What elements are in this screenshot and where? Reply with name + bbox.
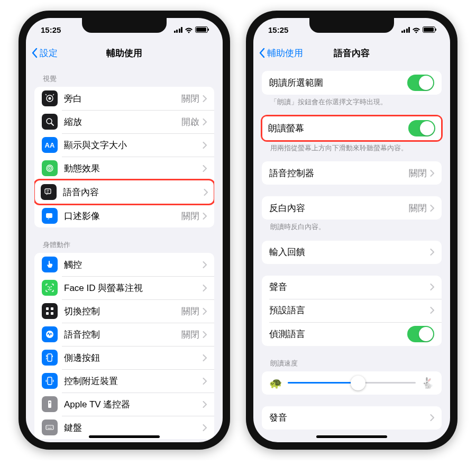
slider-thumb[interactable] xyxy=(351,376,365,390)
voice-control-icon xyxy=(42,326,58,342)
row-display-text[interactable]: AA 顯示與文字大小 xyxy=(34,133,214,157)
audio-desc-icon xyxy=(42,208,58,224)
row-label: 輸入回饋 xyxy=(269,246,430,258)
chevron-right-icon xyxy=(203,424,207,431)
svg-rect-17 xyxy=(48,377,52,385)
toggle-speak-screen[interactable] xyxy=(408,120,435,136)
row-value: 開啟 xyxy=(181,116,199,128)
status-time: 15:25 xyxy=(41,25,61,34)
spoken-content-icon xyxy=(41,184,57,200)
rabbit-icon: 🐇 xyxy=(421,377,434,389)
chevron-right-icon xyxy=(203,354,207,361)
row-label: Apple TV 遙控器 xyxy=(64,398,203,411)
row-speak-screen[interactable]: 朗讀螢幕 xyxy=(262,116,441,140)
group-typing-feedback: 輸入回饋 xyxy=(262,241,442,264)
screen-right: 15:25 輔助使用 語音內容 朗讀所選範圍 「朗讀」按鈕會在你選擇文字 xyxy=(253,18,450,442)
svg-rect-7 xyxy=(46,213,52,218)
row-zoom[interactable]: 縮放 開啟 xyxy=(34,110,214,133)
display-text-icon: AA xyxy=(42,137,58,153)
content-left[interactable]: 視覺 旁白 關閉 縮放 開啟 AA 顯示與文字大小 xyxy=(26,65,223,442)
row-faceid[interactable]: Face ID 與螢幕注視 xyxy=(34,276,214,299)
row-motion[interactable]: 動態效果 xyxy=(34,157,214,180)
row-typing-feedback[interactable]: 輸入回饋 xyxy=(262,241,442,264)
back-label: 設定 xyxy=(40,47,58,59)
touch-icon xyxy=(42,257,58,272)
back-button[interactable]: 輔助使用 xyxy=(259,47,303,59)
row-speaking-rate[interactable]: 🐢 🐇 xyxy=(262,371,442,395)
footer-speak-screen: 用兩指從螢幕上方向下滑動來聆聽螢幕內容。 xyxy=(262,141,442,154)
row-voiceover[interactable]: 旁白 關閉 xyxy=(34,87,214,110)
chevron-right-icon xyxy=(203,261,207,268)
row-label: 動態效果 xyxy=(64,162,203,175)
svg-rect-10 xyxy=(46,307,49,310)
row-value: 關閉 xyxy=(181,329,199,341)
wifi-icon xyxy=(412,26,420,33)
svg-rect-16 xyxy=(52,355,53,357)
section-header-physical: 身體動作 xyxy=(34,231,214,253)
row-side-button[interactable]: 側邊按鈕 xyxy=(34,346,214,369)
row-apple-tv-remote[interactable]: Apple TV 遙控器 xyxy=(34,393,214,416)
chevron-right-icon xyxy=(203,401,207,408)
chevron-right-icon xyxy=(430,414,434,421)
home-indicator[interactable] xyxy=(89,435,160,438)
row-label: 側邊按鈕 xyxy=(64,352,203,364)
row-switch-control[interactable]: 切換控制 關閉 xyxy=(34,299,214,323)
chevron-right-icon xyxy=(203,213,207,220)
row-touch[interactable]: 觸控 xyxy=(34,253,214,276)
row-label: 預設語言 xyxy=(269,304,430,316)
row-label: 朗讀所選範圍 xyxy=(269,77,407,89)
nav-title: 輔助使用 xyxy=(106,47,142,59)
row-speak-selection[interactable]: 朗讀所選範圍 xyxy=(262,71,442,95)
chevron-right-icon xyxy=(203,95,207,102)
group-vision: 旁白 關閉 縮放 開啟 AA 顯示與文字大小 動態效果 xyxy=(34,87,214,227)
status-time: 15:25 xyxy=(268,25,288,34)
chevron-right-icon xyxy=(203,142,207,149)
side-button-icon xyxy=(42,350,58,366)
group-highlight-content: 反白內容 關閉 xyxy=(262,196,442,220)
back-button[interactable]: 設定 xyxy=(31,47,58,59)
row-label: 口述影像 xyxy=(64,210,181,222)
chevron-right-icon xyxy=(203,378,207,385)
row-label: 語音內容 xyxy=(63,186,204,198)
svg-point-5 xyxy=(49,168,50,169)
row-pronunciation[interactable]: 發音 xyxy=(262,406,442,430)
chevron-right-icon xyxy=(203,308,207,315)
row-value: 關閉 xyxy=(409,202,427,214)
row-spoken-content[interactable]: 語音內容 xyxy=(35,180,214,204)
content-right[interactable]: 朗讀所選範圍 「朗讀」按鈕會在你選擇文字時出現。 朗讀螢幕 用兩指從螢幕上方向下… xyxy=(253,65,450,442)
home-indicator[interactable] xyxy=(316,435,387,438)
row-label: 旁白 xyxy=(64,93,181,105)
row-label: 縮放 xyxy=(64,116,181,128)
highlight-speak-screen: 朗讀螢幕 xyxy=(261,115,443,142)
section-header-vision: 視覺 xyxy=(34,65,214,87)
group-speech-controller: 語音控制器 關閉 xyxy=(262,161,442,185)
toggle-speak-selection[interactable] xyxy=(407,75,434,91)
row-highlight-content[interactable]: 反白內容 關閉 xyxy=(262,196,442,220)
group-speak-selection: 朗讀所選範圍 xyxy=(262,71,442,95)
row-default-language[interactable]: 預設語言 xyxy=(262,299,442,322)
rate-slider[interactable] xyxy=(288,382,416,384)
row-detect-language[interactable]: 偵測語言 xyxy=(262,322,442,346)
row-label: 反白內容 xyxy=(269,202,409,214)
toggle-detect-language[interactable] xyxy=(407,326,434,342)
svg-rect-12 xyxy=(46,312,49,315)
nearby-icon xyxy=(42,373,58,389)
row-audio-descriptions[interactable]: 口述影像 關閉 xyxy=(34,204,214,227)
group-rate: 🐢 🐇 xyxy=(262,371,442,395)
row-voices[interactable]: 聲音 xyxy=(262,276,442,299)
zoom-icon xyxy=(42,114,58,130)
row-value: 關閉 xyxy=(181,305,199,317)
row-label: 鍵盤 xyxy=(64,422,203,434)
row-nearby-devices[interactable]: 控制附近裝置 xyxy=(34,369,214,393)
svg-rect-6 xyxy=(45,189,51,194)
svg-point-9 xyxy=(51,286,52,287)
row-speech-controller[interactable]: 語音控制器 關閉 xyxy=(262,161,442,185)
group-physical: 觸控 Face ID 與螢幕注視 切換控制 關閉 語音控制 xyxy=(34,253,214,439)
motion-icon xyxy=(42,160,58,176)
group-pronunciation: 發音 xyxy=(262,406,442,430)
row-voice-control[interactable]: 語音控制 關閉 xyxy=(34,323,214,346)
svg-rect-18 xyxy=(48,400,51,408)
status-indicators xyxy=(401,26,436,33)
row-label: 偵測語言 xyxy=(269,328,407,340)
svg-point-19 xyxy=(49,402,51,404)
